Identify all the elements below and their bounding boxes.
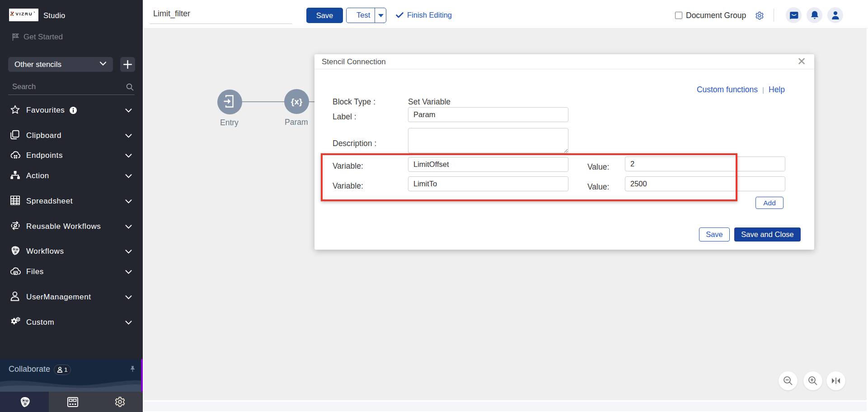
svg-text:VIZRU: VIZRU — [16, 11, 33, 16]
